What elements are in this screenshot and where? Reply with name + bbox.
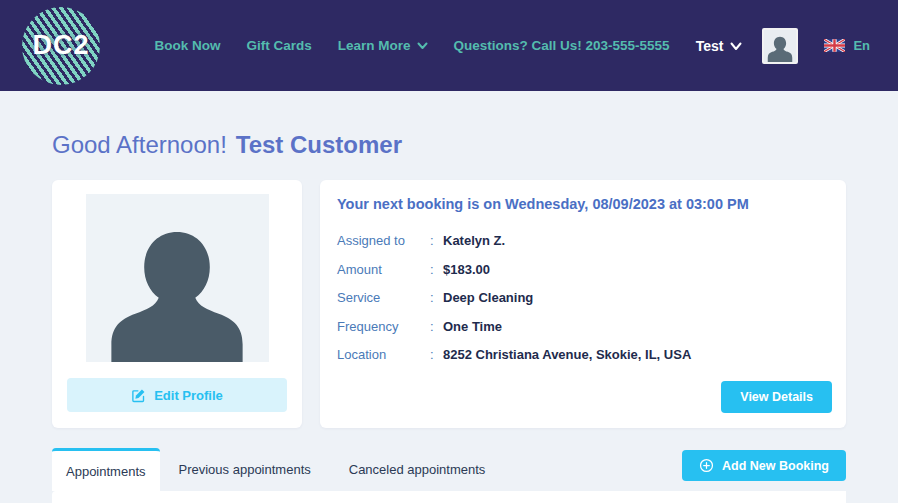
nav-link-book-now[interactable]: Book Now [154, 38, 220, 53]
plus-circle-icon [699, 458, 714, 473]
navbar-menu: Book Now Gift Cards Learn More Questions… [154, 28, 870, 64]
tab-appointments[interactable]: Appointments [52, 448, 160, 491]
add-new-booking-label: Add New Booking [722, 459, 829, 473]
user-menu-label: Test [696, 38, 724, 54]
next-booking-title: Your next booking is on Wednesday, 08/09… [337, 196, 829, 212]
profile-card: Edit Profile [52, 180, 302, 428]
company-logo[interactable]: DC2 [22, 7, 100, 85]
edit-profile-button[interactable]: Edit Profile [67, 378, 287, 412]
booking-details: Assigned to : Katelyn Z. Amount : $183.0… [337, 233, 829, 362]
phone-link[interactable]: Questions? Call Us! 203-555-5555 [454, 38, 670, 53]
main-content: Good Afternoon! Test Customer Edit Profi… [0, 131, 898, 491]
detail-row-service: Service : Deep Cleaning [337, 290, 829, 305]
customer-name: Test Customer [236, 131, 402, 159]
edit-pencil-icon [131, 388, 146, 403]
detail-row-amount: Amount : $183.00 [337, 262, 829, 277]
page-title: Good Afternoon! Test Customer [52, 131, 846, 159]
dashboard-cards: Edit Profile Your next booking is on Wed… [52, 180, 846, 428]
detail-row-frequency: Frequency : One Time [337, 319, 829, 334]
navbar: DC2 Book Now Gift Cards Learn More Quest… [0, 0, 898, 91]
uk-flag-icon [824, 39, 845, 52]
tab-canceled-appointments[interactable]: Canceled appointments [330, 448, 505, 491]
user-avatar[interactable] [762, 28, 798, 64]
detail-row-assigned-to: Assigned to : Katelyn Z. [337, 233, 829, 248]
tab-previous-appointments[interactable]: Previous appointments [160, 448, 330, 491]
user-menu[interactable]: Test [696, 38, 743, 54]
profile-photo [86, 194, 269, 362]
tab-content-panel [52, 491, 846, 503]
appointments-tab-bar: Appointments Previous appointments Cance… [52, 448, 846, 491]
nav-link-gift-cards[interactable]: Gift Cards [246, 38, 311, 53]
language-switcher[interactable]: En [824, 38, 870, 53]
nav-link-learn-more[interactable]: Learn More [338, 38, 428, 53]
person-silhouette-icon [102, 218, 252, 362]
language-label: En [853, 38, 870, 53]
logo-text: DC2 [32, 30, 89, 61]
person-silhouette-icon [766, 34, 794, 62]
edit-profile-label: Edit Profile [154, 388, 223, 403]
next-booking-card: Your next booking is on Wednesday, 08/09… [320, 180, 846, 428]
chevron-down-icon [417, 38, 428, 53]
greeting-text: Good Afternoon! [52, 131, 227, 159]
view-details-button[interactable]: View Details [721, 381, 832, 413]
detail-row-location: Location : 8252 Christiana Avenue, Skoki… [337, 347, 829, 362]
add-new-booking-button[interactable]: Add New Booking [682, 450, 846, 481]
chevron-down-icon [730, 38, 742, 54]
